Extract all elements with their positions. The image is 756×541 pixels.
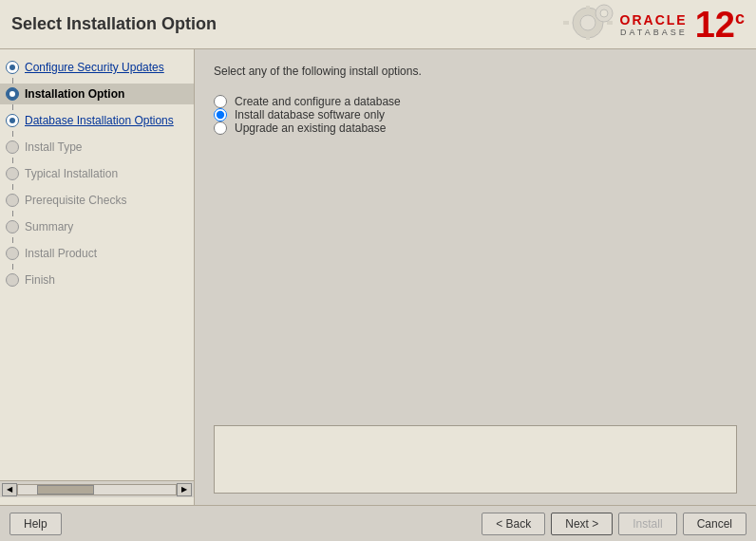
content-description: Select any of the following install opti… — [214, 65, 737, 78]
step-bullet-installation-option — [6, 87, 19, 101]
sidebar-item-install-product: Install Product — [0, 243, 194, 264]
step-bullet-prerequisite-checks — [6, 194, 19, 207]
oracle-brand-text: ORACLE — [620, 12, 688, 28]
sidebar: Configure Security UpdatesInstallation O… — [0, 49, 195, 505]
step-label-summary: Summary — [25, 220, 73, 233]
step-label-database-installation-options: Database Installation Options — [25, 114, 174, 127]
sidebar-item-prerequisite-checks: Prerequisite Checks — [0, 190, 194, 211]
step-label-installation-option: Installation Option — [25, 87, 124, 101]
sidebar-item-typical-installation: Typical Installation — [0, 163, 194, 184]
step-bullet-summary — [6, 220, 19, 233]
sidebar-item-installation-option: Installation Option — [0, 84, 194, 104]
help-button[interactable]: Help — [9, 513, 62, 535]
footer: Help < Back Next > Install Cancel — [0, 505, 756, 541]
svg-rect-3 — [586, 34, 590, 40]
back-button[interactable]: < Back — [482, 513, 545, 535]
sidebar-scrollbar[interactable]: ◀ ▶ — [0, 480, 194, 497]
step-bullet-install-product — [6, 247, 19, 260]
main-area: Configure Security UpdatesInstallation O… — [0, 49, 756, 505]
radio-option-install-software-only[interactable]: Install database software only — [214, 108, 737, 121]
info-box — [214, 425, 737, 494]
step-label-install-type: Install Type — [25, 140, 82, 154]
step-label-typical-installation: Typical Installation — [25, 167, 118, 180]
radio-label-install-software-only: Install database software only — [235, 108, 385, 121]
oracle-version: 12 — [695, 5, 735, 45]
step-label-configure-security-updates: Configure Security Updates — [25, 61, 164, 74]
step-bullet-install-type — [6, 140, 19, 154]
oracle-logo-text: ORACLE DATABASE 12c — [620, 7, 745, 43]
cancel-button[interactable]: Cancel — [683, 513, 747, 535]
page-title: Select Installation Option — [11, 14, 217, 34]
svg-rect-4 — [563, 21, 569, 25]
gear-icon — [559, 2, 616, 47]
sidebar-item-summary: Summary — [0, 216, 194, 237]
header: Select Installation Option ORACLE DATABA… — [0, 0, 756, 49]
footer-right: < Back Next > Install Cancel — [482, 513, 747, 535]
step-bullet-database-installation-options — [6, 114, 19, 127]
radio-option-upgrade-db[interactable]: Upgrade an existing database — [214, 121, 737, 135]
step-bullet-typical-installation — [6, 167, 19, 180]
step-bullet-finish — [6, 273, 19, 287]
sidebar-item-configure-security-updates[interactable]: Configure Security Updates — [0, 57, 194, 78]
step-label-install-product: Install Product — [25, 247, 97, 260]
install-button[interactable]: Install — [618, 513, 676, 535]
radio-create-db[interactable] — [214, 95, 227, 108]
sidebar-item-install-type: Install Type — [0, 137, 194, 158]
step-label-prerequisite-checks: Prerequisite Checks — [25, 194, 126, 207]
scrollbar-thumb[interactable] — [37, 485, 94, 494]
content-area: Select any of the following install opti… — [195, 49, 756, 505]
svg-rect-2 — [586, 6, 590, 11]
radio-label-upgrade-db: Upgrade an existing database — [235, 121, 386, 135]
radio-option-create-db[interactable]: Create and configure a database — [214, 95, 737, 108]
oracle-logo: ORACLE DATABASE 12c — [559, 2, 745, 47]
scrollbar-track[interactable] — [17, 484, 177, 495]
step-bullet-configure-security-updates — [6, 61, 19, 74]
step-label-finish: Finish — [25, 273, 55, 287]
scroll-left-btn[interactable]: ◀ — [2, 483, 17, 496]
radio-upgrade-db[interactable] — [214, 121, 227, 135]
svg-point-7 — [600, 9, 608, 17]
oracle-version-sup: c — [735, 9, 745, 28]
oracle-db-text: DATABASE — [620, 28, 688, 37]
radio-install-software-only[interactable] — [214, 108, 227, 121]
options-area: Create and configure a databaseInstall d… — [214, 95, 737, 425]
svg-point-1 — [580, 15, 595, 30]
sidebar-item-database-installation-options[interactable]: Database Installation Options — [0, 110, 194, 131]
footer-left: Help — [9, 513, 62, 535]
next-button[interactable]: Next > — [551, 513, 613, 535]
scroll-right-btn[interactable]: ▶ — [177, 483, 192, 496]
sidebar-item-finish: Finish — [0, 270, 194, 290]
radio-label-create-db: Create and configure a database — [235, 95, 401, 108]
